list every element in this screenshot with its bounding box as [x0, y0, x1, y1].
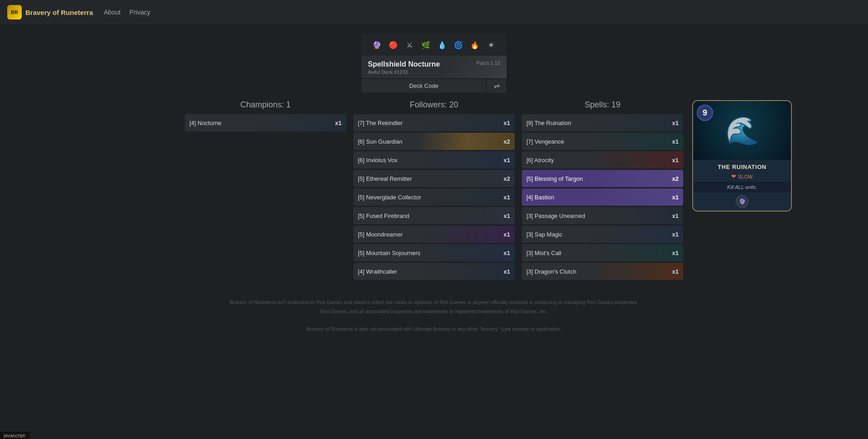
card-row[interactable]: [3] Dragon's Clutch x1 [522, 263, 683, 280]
region-icon-freljord: 🌿 [419, 38, 433, 52]
followers-section: Followers: 20 [7] The Rekindler x1 [6] S… [353, 100, 515, 280]
card-count: x1 [668, 138, 683, 145]
card-row[interactable]: [3] Sap Magic x1 [522, 226, 683, 243]
card-row[interactable]: [7] The Rekindler x1 [353, 114, 515, 131]
card-count: x2 [668, 175, 683, 182]
followers-list: [7] The Rekindler x1 [6] Sun Guardian x2… [353, 114, 515, 280]
deck-actions: Deck Code ⇌ [362, 78, 506, 93]
card-label: [6] Atrocity [522, 157, 668, 164]
card-label: [7] The Rekindler [353, 120, 499, 126]
card-row[interactable]: [4] Wraithcaller x1 [353, 263, 515, 280]
card-label: [4] Bastion [522, 194, 668, 201]
card-count: x1 [331, 120, 346, 126]
navbar: BR Bravery of Runeterra About Privacy [0, 0, 868, 25]
nav-links: About Privacy [104, 9, 150, 16]
card-row[interactable]: [9] The Ruination x1 [522, 114, 683, 131]
nav-about[interactable]: About [104, 9, 121, 16]
card-count: x2 [499, 175, 515, 182]
region-icon-bilgewater: 💧 [435, 38, 449, 52]
logo-icon: BR [7, 5, 22, 19]
region-icon-mount: 🔥 [468, 38, 482, 52]
card-label: [5] Fused Firebrand [353, 212, 499, 219]
shuffle-button[interactable]: ⇌ [487, 79, 506, 93]
card-count: x1 [668, 268, 683, 275]
card-label: [3] Passage Unearned [522, 212, 668, 219]
card-row[interactable]: [7] Vengeance x1 [522, 133, 683, 150]
card-row[interactable]: [3] Passage Unearned x1 [522, 207, 683, 224]
deck-sub: Awful Deck #1233 [368, 69, 440, 75]
followers-title: Followers: 20 [353, 100, 515, 110]
spells-title: Spells: 19 [522, 100, 683, 110]
card-label: [5] Moondreamer [353, 231, 499, 238]
card-label: [3] Mist's Call [522, 250, 668, 256]
card-count: x1 [499, 231, 515, 238]
nav-privacy[interactable]: Privacy [130, 9, 150, 16]
card-row[interactable]: [5] Fused Firebrand x1 [353, 207, 515, 224]
card-count: x1 [499, 120, 515, 126]
card-count: x1 [668, 157, 683, 164]
region-icon-targon: ☀ [484, 38, 498, 52]
region-icon-shadow: 🔮 [370, 38, 384, 52]
card-count: x1 [668, 250, 683, 256]
card-preview: 9 🌊 THE RUINATION ❤ SLOW Kill ALL units.… [692, 100, 792, 212]
card-count: x1 [499, 194, 515, 201]
deck-patch: Patch 1.12 [476, 60, 500, 66]
preview-bottom: 🔮 [693, 193, 791, 211]
card-label: [5] Blessing of Targon [522, 175, 668, 182]
footer: Bravery of Runeterra isn't endorsed by R… [212, 298, 656, 334]
footer-line2: Riot Games, and all associated propertie… [230, 307, 638, 316]
preview-creature-art: 🌊 [725, 115, 759, 147]
spells-list: [9] The Ruination x1 [7] Vengeance x1 [6… [522, 114, 683, 280]
card-label: [6] Inviolus Vox [353, 157, 499, 164]
card-count: x1 [668, 194, 683, 201]
card-count: x1 [499, 268, 515, 275]
spells-section: Spells: 19 [9] The Ruination x1 [7] Veng… [522, 100, 683, 280]
card-row[interactable]: [5] Ethereal Remitter x2 [353, 170, 515, 187]
card-count: x2 [499, 138, 515, 145]
card-row[interactable]: [5] Blessing of Targon x2 [522, 170, 683, 187]
card-label: [3] Sap Magic [522, 231, 668, 238]
card-label: [9] The Ruination [522, 120, 668, 126]
status-text: javascript: [4, 433, 26, 438]
card-row[interactable]: [3] Mist's Call x1 [522, 244, 683, 261]
card-label: [4] Nocturne [185, 120, 331, 126]
region-icon-noxus: 🔴 [386, 38, 400, 52]
card-count: x1 [499, 157, 515, 164]
card-count: x1 [499, 250, 515, 256]
card-row[interactable]: [4] Bastion x1 [522, 188, 683, 206]
card-label: [5] Neverglade Collector [353, 194, 499, 201]
status-bar: javascript: [0, 432, 30, 439]
preview-cost: 9 [697, 105, 713, 121]
preview-region-badge: 🔮 [736, 195, 748, 208]
card-label: [5] Mountain Sojourners [353, 250, 499, 256]
card-label: [6] Sun Guardian [353, 138, 499, 145]
card-row[interactable]: [6] Atrocity x1 [522, 151, 683, 169]
card-row[interactable]: [6] Inviolus Vox x1 [353, 151, 515, 169]
card-label: [3] Dragon's Clutch [522, 268, 668, 275]
brand-name: Bravery of Runeterra [25, 9, 93, 16]
card-row[interactable]: [5] Moondreamer x1 [353, 226, 515, 243]
champions-title: Champions: 1 [185, 100, 346, 110]
card-count: x1 [668, 120, 683, 126]
card-row[interactable]: [6] Sun Guardian x2 [353, 133, 515, 150]
card-row[interactable]: [4] Nocturne x1 [185, 114, 346, 131]
footer-line1: Bravery of Runeterra isn't endorsed by R… [230, 298, 638, 307]
card-row[interactable]: [5] Neverglade Collector x1 [353, 188, 515, 206]
champions-section: Champions: 1 [4] Nocturne x1 [185, 100, 346, 280]
deck-header: 🔮 🔴 ⚔ 🌿 💧 🌀 🔥 ☀ Spellshield Nocturne Awf… [362, 34, 506, 93]
nav-logo: BR Bravery of Runeterra [7, 5, 93, 19]
card-label: [7] Vengeance [522, 138, 668, 145]
preview-type: ❤ SLOW [693, 172, 791, 182]
card-label: [4] Wraithcaller [353, 268, 499, 275]
card-count: x1 [668, 212, 683, 219]
deck-code-button[interactable]: Deck Code [362, 79, 487, 93]
region-icon-ionia: 🌀 [451, 38, 466, 52]
main-content: 🔮 🔴 ⚔ 🌿 💧 🌀 🔥 ☀ Spellshield Nocturne Awf… [0, 25, 868, 352]
card-count: x1 [668, 231, 683, 238]
preview-card-name: THE RUINATION [693, 160, 791, 172]
champions-list: [4] Nocturne x1 [185, 114, 346, 131]
preview-description: Kill ALL units. [693, 182, 791, 193]
footer-line3: Bravery of Runeterra is also not associa… [230, 325, 638, 334]
card-label: [5] Ethereal Remitter [353, 175, 499, 182]
card-row[interactable]: [5] Mountain Sojourners x1 [353, 244, 515, 261]
